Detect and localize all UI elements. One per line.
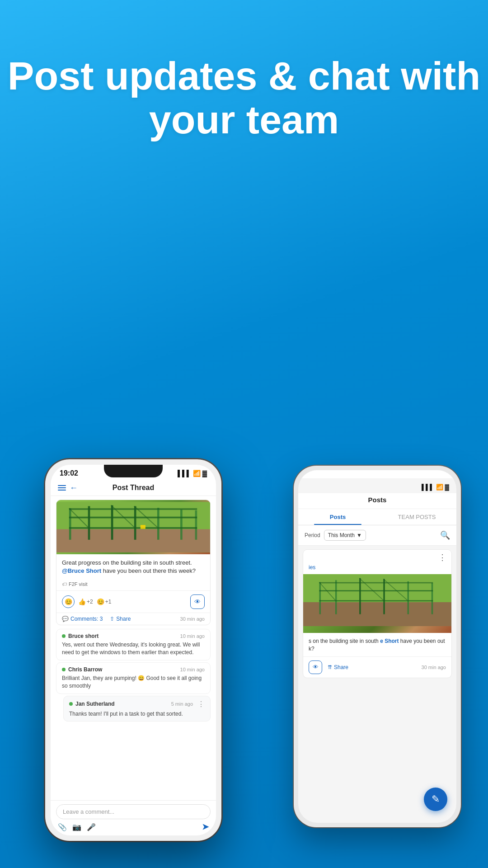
comment-2-text: Brilliant Jan, they are pumping! 😀 Good … xyxy=(62,675,205,690)
attachment-icon[interactable]: 📎 xyxy=(58,823,67,831)
back-post-label: ies xyxy=(303,563,451,574)
thumbs-count: +2 xyxy=(87,599,93,605)
reply-more-options-icon[interactable]: ⋮ xyxy=(197,700,205,708)
status-icons: ▌▌▌ 📶 ▓ xyxy=(178,470,207,477)
post-time-ago: 30 min ago xyxy=(180,616,205,622)
svg-rect-2 xyxy=(319,582,321,614)
back-arrow-icon[interactable]: ← xyxy=(70,483,78,493)
back-header-title: Posts xyxy=(368,496,387,504)
header-back-area: ← xyxy=(58,483,78,493)
tab-team-posts[interactable]: TEAM POSTS xyxy=(377,509,456,525)
post-tag: 🏷 F2F visit xyxy=(56,580,210,590)
reply-text: Thanks team! I'll put in a task to get t… xyxy=(69,710,205,718)
front-header-title: Post Thread xyxy=(113,484,154,492)
user-online-dot-2 xyxy=(62,668,66,671)
svg-rect-20 xyxy=(157,508,160,540)
user-online-dot xyxy=(62,634,66,638)
svg-rect-7 xyxy=(432,583,433,614)
fab-button[interactable]: ✎ xyxy=(424,788,447,811)
front-app-header: ← Post Thread xyxy=(51,480,216,496)
eye-icon: 👁 xyxy=(194,598,201,605)
svg-rect-1 xyxy=(303,602,451,626)
share-button[interactable]: ⇈ Share xyxy=(328,664,348,670)
post-footer: 💬 Comments: 3 ⇧ Share 30 min ago xyxy=(56,613,210,625)
more-options-icon[interactable]: ⋮ xyxy=(438,552,447,562)
chevron-down-icon: ▼ xyxy=(357,532,362,538)
reply-username: Jan Sutherland xyxy=(75,701,115,707)
svg-rect-19 xyxy=(134,506,136,540)
svg-rect-21 xyxy=(180,509,183,540)
tag-icon: 🏷 xyxy=(62,581,67,587)
status-time: 19:02 xyxy=(60,469,78,477)
hero-title: Post updates & chat with your team xyxy=(0,54,488,142)
emoji-picker-button[interactable]: 😊 xyxy=(62,595,75,608)
svg-rect-23 xyxy=(69,517,197,519)
tabs-row: Posts TEAM POSTS xyxy=(298,509,456,525)
comment-2-time: 10 min ago xyxy=(180,667,205,672)
period-select[interactable]: This Month ▼ xyxy=(324,530,366,541)
back-app-header: Posts xyxy=(298,493,456,509)
phone-notch xyxy=(104,465,163,477)
hero-section: Post updates & chat with your team xyxy=(0,0,488,142)
comment-2: Chris Barrow 10 min ago Brilliant Jan, t… xyxy=(56,662,211,694)
tab-posts[interactable]: Posts xyxy=(298,509,377,525)
time-ago: 30 min ago xyxy=(422,665,446,670)
back-phone: ▌▌▌ 📶 ▓ Posts Posts TEAM POSTS P xyxy=(294,466,461,827)
comment-icon: 💬 xyxy=(62,616,69,622)
back-phone-screen: ▌▌▌ 📶 ▓ Posts Posts TEAM POSTS P xyxy=(298,470,456,823)
thumbs-reaction[interactable]: 👍 +2 xyxy=(78,598,93,605)
svg-rect-24 xyxy=(69,527,197,529)
post-image xyxy=(56,500,210,554)
comment-input-field[interactable]: Leave a comment... xyxy=(56,804,211,819)
mention-text: @Bruce Short xyxy=(62,567,101,574)
main-post-card: Great progress on the building site in s… xyxy=(56,500,211,625)
laugh-icon: 😊 xyxy=(97,598,104,605)
comment-1: Bruce short 10 min ago Yes, went out the… xyxy=(56,629,211,660)
svg-rect-6 xyxy=(407,581,409,614)
reply-comment: Jan Sutherland 5 min ago ⋮ Thanks team! … xyxy=(63,696,211,722)
reply-time: 5 min ago xyxy=(171,701,193,707)
svg-rect-17 xyxy=(88,506,90,540)
microphone-icon[interactable]: 🎤 xyxy=(87,823,96,831)
svg-rect-9 xyxy=(319,600,433,602)
svg-rect-25 xyxy=(69,508,197,510)
eye-icon: 👁 xyxy=(313,664,319,670)
compose-icon: ✎ xyxy=(432,793,440,805)
comment-1-username: Bruce short xyxy=(68,633,99,639)
signal-icon: ▌▌▌ xyxy=(422,484,434,491)
laugh-reaction[interactable]: 😊 +1 xyxy=(97,598,112,605)
post-view-button[interactable]: 👁 xyxy=(190,594,205,609)
comments-button[interactable]: 💬 Comments: 3 xyxy=(62,616,103,622)
period-label: Period xyxy=(305,532,320,538)
camera-icon[interactable]: 📷 xyxy=(72,823,81,831)
share-icon: ⇈ xyxy=(328,664,332,670)
comment-1-header: Bruce short 10 min ago xyxy=(62,633,205,639)
period-value: This Month xyxy=(328,532,355,538)
phones-container: ▌▌▌ 📶 ▓ Posts Posts TEAM POSTS P xyxy=(18,316,470,868)
front-phone-screen: 19:02 ▌▌▌ 📶 ▓ ← Post Thread xyxy=(51,465,216,835)
back-post-card: ⋮ ies xyxy=(303,549,452,678)
share-button[interactable]: ⇧ Share xyxy=(110,616,131,622)
input-icons-row: 📎 📷 🎤 ➤ xyxy=(56,822,211,832)
hamburger-menu-icon[interactable] xyxy=(58,485,66,491)
laugh-count: +1 xyxy=(105,599,112,605)
user-online-dot-3 xyxy=(69,702,73,706)
svg-rect-8 xyxy=(319,590,433,591)
battery-status-icon: ▓ xyxy=(202,470,207,477)
signal-strength-icon: ▌▌▌ xyxy=(178,470,191,477)
search-icon[interactable]: 🔍 xyxy=(440,530,450,540)
wifi-status-icon: 📶 xyxy=(193,470,201,477)
comment-2-username: Chris Barrow xyxy=(68,666,102,673)
post-text: Great progress on the building site in s… xyxy=(56,554,210,580)
back-status-bar: ▌▌▌ 📶 ▓ xyxy=(298,478,456,493)
view-button[interactable]: 👁 xyxy=(309,660,322,674)
wifi-icon: 📶 xyxy=(436,484,443,491)
svg-rect-4 xyxy=(359,578,361,614)
svg-rect-15 xyxy=(56,529,210,552)
reply-header: Jan Sutherland 5 min ago ⋮ xyxy=(69,700,205,708)
comment-input-bar: Leave a comment... 📎 📷 🎤 ➤ xyxy=(51,800,216,835)
back-post-menu: ⋮ xyxy=(303,550,451,563)
filter-row: Period This Month ▼ 🔍 xyxy=(298,525,456,546)
send-button[interactable]: ➤ xyxy=(202,822,209,832)
svg-rect-10 xyxy=(319,582,433,584)
